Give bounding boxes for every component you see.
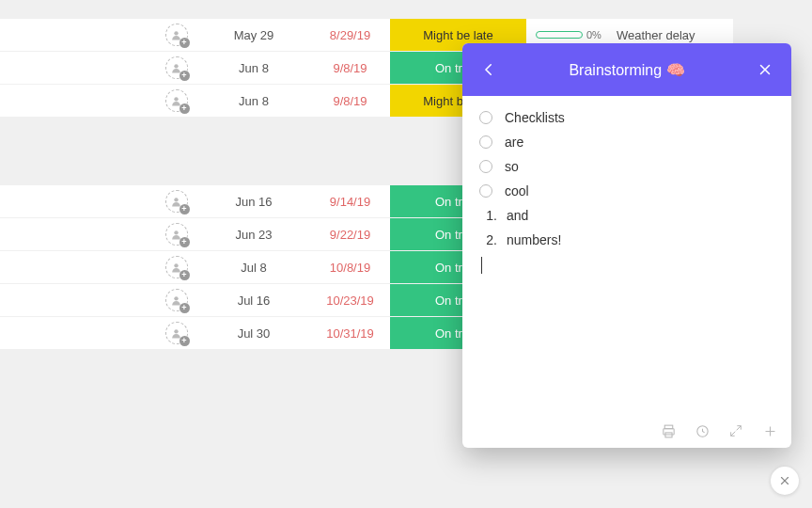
- print-button[interactable]: [660, 422, 677, 439]
- svg-point-0: [174, 31, 178, 35]
- due-date[interactable]: 9/14/19: [310, 195, 390, 209]
- svg-point-7: [174, 329, 178, 333]
- plus-icon: +: [180, 270, 190, 280]
- checklist-text: so: [505, 159, 519, 174]
- assign-person-icon[interactable]: +: [165, 322, 188, 344]
- checklist-item[interactable]: cool: [479, 179, 774, 203]
- svg-point-6: [174, 296, 178, 300]
- start-date[interactable]: Jun 23: [197, 228, 310, 242]
- assignee-cell[interactable]: +: [155, 256, 197, 278]
- start-date[interactable]: Jun 16: [197, 195, 310, 209]
- numbered-item[interactable]: 2. numbers!: [479, 228, 774, 252]
- close-panel-button[interactable]: [752, 56, 778, 83]
- checklist-text: Checklists: [505, 110, 565, 125]
- due-date[interactable]: 8/29/19: [310, 28, 390, 42]
- checkbox-icon[interactable]: [479, 184, 492, 198]
- number-marker: 2.: [485, 232, 497, 247]
- numbered-text: and: [507, 208, 528, 223]
- assign-person-icon[interactable]: +: [165, 56, 188, 79]
- start-date[interactable]: Jun 8: [197, 94, 310, 108]
- plus-icon: +: [180, 303, 190, 313]
- detail-panel: Brainstorming 🧠 Checklists are so cool 1…: [462, 43, 791, 448]
- checkbox-icon[interactable]: [479, 111, 492, 124]
- note-cell[interactable]: Weather delay: [611, 28, 733, 42]
- numbered-text: numbers!: [507, 232, 561, 247]
- start-date[interactable]: Jul 8: [197, 261, 310, 275]
- assignee-cell[interactable]: +: [155, 289, 197, 311]
- svg-point-4: [174, 230, 178, 234]
- progress-percent: 0%: [586, 29, 601, 40]
- assign-person-icon[interactable]: +: [165, 256, 188, 278]
- assign-person-icon[interactable]: +: [165, 223, 188, 246]
- due-date[interactable]: 9/8/19: [310, 94, 390, 108]
- panel-title: Brainstorming 🧠: [462, 61, 791, 79]
- floating-close-button[interactable]: [771, 467, 799, 495]
- checkbox-icon[interactable]: [479, 160, 492, 173]
- editor-cursor-line[interactable]: [479, 252, 774, 278]
- assign-person-icon[interactable]: +: [165, 24, 188, 46]
- svg-rect-10: [664, 425, 673, 429]
- assignee-cell[interactable]: +: [155, 223, 197, 246]
- due-date[interactable]: 9/22/19: [310, 228, 390, 242]
- due-date[interactable]: 10/23/19: [310, 294, 390, 308]
- svg-line-15: [731, 432, 736, 437]
- checklist-text: cool: [505, 183, 529, 198]
- expand-button[interactable]: [727, 422, 744, 439]
- start-date[interactable]: Jul 30: [197, 326, 310, 341]
- checklist-item[interactable]: so: [479, 154, 774, 179]
- text-cursor-icon: [481, 257, 482, 274]
- start-date[interactable]: May 29: [197, 28, 310, 42]
- panel-body[interactable]: Checklists are so cool 1. and 2. numbers…: [462, 96, 791, 414]
- number-marker: 1.: [485, 208, 497, 223]
- checklist-item[interactable]: are: [479, 130, 774, 154]
- checkbox-icon[interactable]: [479, 135, 492, 149]
- plus-icon: +: [180, 237, 190, 247]
- assign-person-icon[interactable]: +: [165, 89, 188, 112]
- due-date[interactable]: 9/8/19: [310, 61, 390, 75]
- back-button[interactable]: [476, 56, 502, 83]
- plus-icon: +: [180, 204, 190, 214]
- assignee-cell[interactable]: +: [155, 322, 197, 344]
- assignee-cell[interactable]: +: [155, 56, 197, 79]
- add-button[interactable]: [761, 422, 778, 439]
- panel-footer: [462, 414, 791, 448]
- plus-icon: +: [180, 71, 190, 81]
- checklist-text: are: [505, 135, 523, 150]
- svg-point-1: [174, 64, 178, 68]
- assign-person-icon[interactable]: +: [165, 289, 188, 311]
- plus-icon: +: [180, 103, 190, 114]
- svg-line-14: [737, 426, 742, 431]
- due-date[interactable]: 10/8/19: [310, 261, 390, 275]
- assignee-cell[interactable]: +: [155, 190, 197, 213]
- svg-point-2: [174, 97, 178, 101]
- start-date[interactable]: Jul 16: [197, 294, 310, 308]
- history-button[interactable]: [694, 422, 710, 439]
- plus-icon: +: [180, 336, 190, 346]
- assignee-cell[interactable]: +: [155, 89, 197, 112]
- assign-person-icon[interactable]: +: [165, 190, 188, 213]
- svg-point-5: [174, 263, 178, 267]
- start-date[interactable]: Jun 8: [197, 61, 310, 75]
- assignee-cell[interactable]: +: [155, 24, 197, 46]
- svg-point-3: [174, 198, 178, 201]
- checklist-item[interactable]: Checklists: [479, 105, 774, 130]
- due-date[interactable]: 10/31/19: [310, 326, 390, 341]
- plus-icon: +: [180, 38, 190, 48]
- numbered-item[interactable]: 1. and: [479, 203, 774, 228]
- panel-header: Brainstorming 🧠: [462, 43, 791, 96]
- progress-bar: [536, 31, 583, 39]
- progress-cell[interactable]: 0%: [526, 29, 611, 40]
